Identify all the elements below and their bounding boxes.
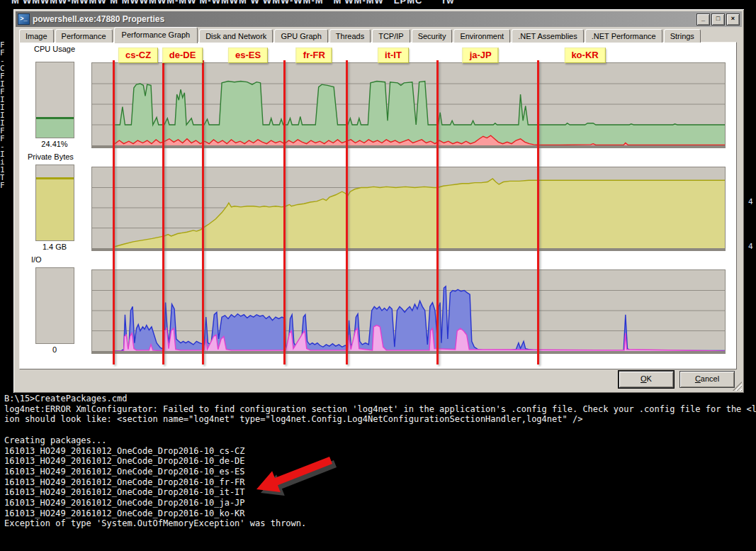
- locale-label-ja-jp: ja-JP: [463, 48, 499, 63]
- locale-label-de-de: de-DE: [162, 48, 203, 63]
- cpu-usage-gauge: [35, 62, 74, 138]
- private-bytes-graph: [91, 167, 726, 251]
- console-line: Exception of type 'System.OutOfMemoryExc…: [4, 518, 756, 529]
- private-bytes-label: Private Bytes: [28, 152, 74, 161]
- tab-security[interactable]: Security: [412, 29, 453, 43]
- tab-strings[interactable]: Strings: [664, 29, 701, 43]
- tab-strip: ImagePerformancePerformance GraphDisk an…: [19, 28, 702, 43]
- maximize-button[interactable]: □: [711, 13, 725, 26]
- console-line: 161013_HO249_20161012_OneCode_Drop2016-1…: [4, 467, 756, 477]
- powershell-icon: >_: [18, 13, 30, 25]
- io-label: I/O: [31, 255, 42, 264]
- clipped-console-char: 4: [748, 197, 753, 206]
- console-line: B:\15>CreatePackages.cmd: [4, 394, 756, 404]
- console-line: [4, 425, 756, 435]
- console-line: 161013_HO249_20161012_OneCode_Drop2016-1…: [4, 456, 756, 467]
- cpu-usage-label: CPU Usage: [34, 45, 75, 53]
- clipped-console-column: FF-CFIFIIIIFF-Ii1TF: [0, 41, 4, 189]
- console-line: 161013_HO249_20161012_OneCode_Drop2016-1…: [4, 498, 756, 508]
- cpu-gauge-fill: [36, 117, 74, 138]
- tab-net-performance[interactable]: .NET Performance: [585, 29, 662, 43]
- properties-window: >_ powershell.exe:47880 Properties _ □ ×…: [13, 9, 745, 394]
- tab-tcp-ip[interactable]: TCP/IP: [372, 29, 410, 43]
- arrow-body: [256, 457, 332, 492]
- locale-label-cs-cz: cs-CZ: [118, 48, 158, 63]
- cpu-usage-value: 24.41%: [27, 140, 82, 148]
- tab-performance-graph[interactable]: Performance Graph: [114, 27, 198, 43]
- tab-net-assemblies[interactable]: .NET Assemblies: [512, 29, 584, 43]
- io-value: 0: [27, 345, 82, 354]
- close-button[interactable]: ×: [726, 13, 740, 26]
- title-bar[interactable]: >_ powershell.exe:47880 Properties _ □ ×: [16, 11, 742, 27]
- io-graph: [91, 269, 726, 354]
- tab-disk-and-network[interactable]: Disk and Network: [199, 29, 273, 43]
- console-line: 161013_HO249_20161012_OneCode_Drop2016-1…: [4, 487, 756, 498]
- clipped-console-line: M'WMWMW-MWMW M MWWMWM-MW'M-WMWM W'WMW-WM…: [11, 0, 536, 8]
- locale-label-ko-kr: ko-KR: [564, 48, 605, 63]
- private-bytes-gauge-fill: [36, 177, 74, 240]
- desktop: { "window": { "title": "powershell.exe:4…: [0, 0, 756, 551]
- window-title: powershell.exe:47880 Properties: [33, 14, 164, 24]
- performance-graph-page: CPU Usage 24.41% Private Bytes 1.4 GB I/…: [19, 42, 737, 369]
- tab-environment[interactable]: Environment: [453, 29, 510, 43]
- locale-label-it-it: it-IT: [378, 48, 409, 63]
- cpu-usage-graph: [91, 62, 726, 148]
- console-output: B:\15>CreatePackages.cmdlog4net:ERROR Xm…: [4, 394, 756, 529]
- clipped-console-char: 4: [748, 242, 753, 251]
- tab-image[interactable]: Image: [19, 29, 54, 43]
- console-line: 161013_HO249_20161012_OneCode_Drop2016-1…: [4, 508, 756, 519]
- io-gauge: [35, 267, 74, 344]
- caption-buttons: _ □ ×: [696, 13, 740, 26]
- console-line: log4net:ERROR XmlConfigurator: Failed to…: [4, 404, 756, 415]
- cancel-button[interactable]: Cancel: [679, 371, 735, 388]
- annotation-arrow: [234, 445, 361, 502]
- tab-threads[interactable]: Threads: [329, 29, 371, 43]
- clipped-console-text: M'WMWMW-MWMW M MWWMWM-MW'M-WMWM W'WMW-WM…: [11, 0, 536, 6]
- tab-performance[interactable]: Performance: [55, 29, 113, 43]
- console-line: 161013_HO249_20161012_OneCode_Drop2016-1…: [4, 446, 756, 457]
- ok-button[interactable]: OK: [619, 371, 674, 388]
- console-line: Creating packages...: [4, 435, 756, 446]
- private-bytes-value: 1.4 GB: [27, 243, 82, 251]
- private-bytes-gauge: [35, 165, 74, 241]
- minimize-button[interactable]: _: [696, 13, 710, 26]
- console-line: 161013_HO249_20161012_OneCode_Drop2016-1…: [4, 477, 756, 488]
- locale-label-fr-fr: fr-FR: [296, 48, 332, 63]
- console-line: ion should look like: <section name="log…: [4, 414, 756, 425]
- locale-label-es-es: es-ES: [228, 48, 268, 63]
- tab-gpu-graph[interactable]: GPU Graph: [274, 29, 327, 43]
